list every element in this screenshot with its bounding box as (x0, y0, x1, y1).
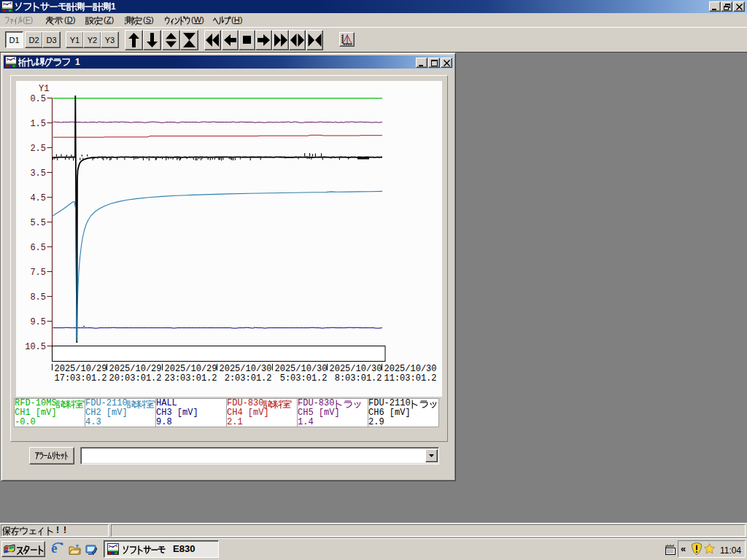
svg-text:5.5: 5.5 (30, 218, 46, 228)
svg-text:2025/10/29: 2025/10/29 (165, 364, 217, 374)
svg-text:20:03:01.2: 20:03:01.2 (109, 373, 162, 384)
svg-text:Y1: Y1 (39, 84, 49, 94)
svg-text:2.5: 2.5 (30, 144, 46, 154)
svg-text:2:03:01.2: 2:03:01.2 (220, 373, 272, 384)
svg-text:3.5: 3.5 (30, 168, 46, 179)
svg-text:17:03:01.2: 17:03:01.2 (55, 373, 107, 384)
svg-text:2025/10/30: 2025/10/30 (275, 364, 328, 374)
svg-text:2025/10/29: 2025/10/29 (55, 364, 107, 374)
svg-text:1.5: 1.5 (30, 119, 46, 129)
svg-text:4.5: 4.5 (30, 193, 46, 203)
svg-text:0.5: 0.5 (30, 94, 46, 104)
svg-text:9.5: 9.5 (30, 317, 46, 327)
svg-text:11:03:01.2: 11:03:01.2 (384, 373, 437, 384)
svg-text:10.5: 10.5 (25, 342, 46, 352)
svg-text:8.5: 8.5 (30, 292, 46, 303)
svg-text:6.5: 6.5 (30, 243, 46, 253)
svg-text:7.5: 7.5 (30, 268, 46, 278)
svg-text:2025/10/30: 2025/10/30 (220, 364, 272, 374)
svg-text:8:03:01.2: 8:03:01.2 (330, 373, 382, 384)
svg-text:23:03:01.2: 23:03:01.2 (165, 373, 217, 384)
svg-text:2025/10/30: 2025/10/30 (330, 364, 382, 374)
svg-text:2025/10/30: 2025/10/30 (384, 364, 437, 374)
svg-text:5:03:01.2: 5:03:01.2 (275, 373, 328, 384)
svg-text:2025/10/29: 2025/10/29 (109, 364, 162, 374)
